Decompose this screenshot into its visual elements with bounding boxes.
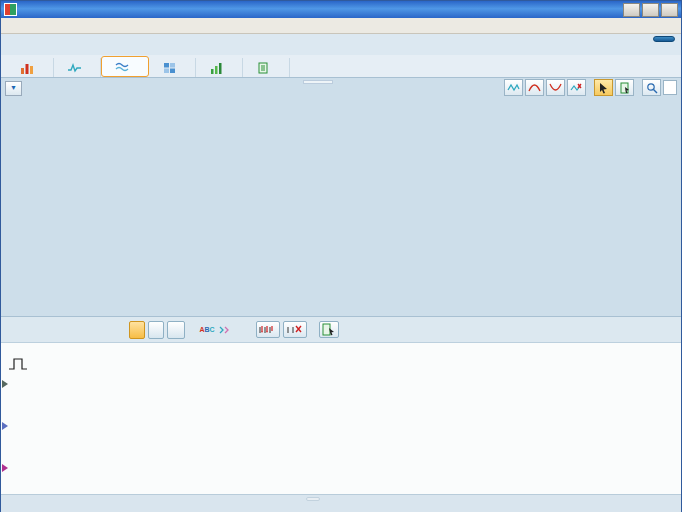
channel2-marker-icon xyxy=(2,422,8,430)
hr-button[interactable] xyxy=(148,321,164,339)
tab-overview[interactable] xyxy=(7,58,54,77)
patient-header xyxy=(1,34,681,55)
ecg-toolbar: ABC xyxy=(1,317,681,343)
app-window: ▼ xyxy=(0,0,682,512)
tab-interval-qt[interactable] xyxy=(101,56,149,77)
tab-typing[interactable] xyxy=(149,58,196,77)
arc-down-icon[interactable] xyxy=(546,79,565,96)
title-bar xyxy=(1,1,681,18)
menu-bar xyxy=(1,18,681,34)
report-doc-icon xyxy=(256,62,271,74)
sheet-pointer-icon[interactable] xyxy=(319,321,339,338)
bar-chart-icon xyxy=(20,62,35,74)
abc-labels-icon[interactable]: ABC xyxy=(199,326,214,333)
grid-icon xyxy=(162,62,177,74)
qt-toolbar-right xyxy=(504,79,677,96)
wave-flag-icon[interactable] xyxy=(567,79,586,96)
rr-button[interactable] xyxy=(129,321,145,339)
playback-controls xyxy=(306,497,320,501)
time-navigator xyxy=(663,80,677,95)
tab-segment-st[interactable] xyxy=(54,58,101,77)
beats-down-icon[interactable] xyxy=(256,321,280,338)
ecg-strip-area[interactable] xyxy=(1,356,681,494)
speed-slider[interactable] xyxy=(359,320,421,340)
pointer-icon[interactable] xyxy=(594,79,613,96)
st-wave-icon xyxy=(67,62,82,74)
arc-up-icon[interactable] xyxy=(525,79,544,96)
close-button[interactable] xyxy=(661,3,678,17)
minimize-button[interactable] xyxy=(623,3,640,17)
qt-wave-icon xyxy=(115,61,130,73)
rr-values-row xyxy=(1,343,681,356)
qt-toolbar: ▼ xyxy=(3,79,679,97)
calibration-pulse-icon xyxy=(7,356,29,375)
export-icon[interactable] xyxy=(615,79,634,96)
qt-grid xyxy=(3,97,679,317)
zoom-icon[interactable] xyxy=(642,79,661,96)
gain-slider[interactable] xyxy=(437,320,499,340)
status-bar xyxy=(1,494,681,512)
app-icon xyxy=(4,3,17,16)
qt-panel-title xyxy=(303,80,333,84)
ecg-panel: ABC xyxy=(1,316,681,494)
type-arrows-icon[interactable] xyxy=(218,321,230,339)
green-bars-icon xyxy=(209,62,224,74)
qt-panel: ▼ xyxy=(1,78,681,316)
chevron-down-icon[interactable]: ▼ xyxy=(5,81,22,96)
channel1-marker-icon xyxy=(2,380,8,388)
beats-delete-icon[interactable] xyxy=(283,321,307,338)
tab-variability[interactable] xyxy=(196,58,243,77)
brand-logo xyxy=(653,36,675,42)
tab-report[interactable] xyxy=(243,58,290,77)
channels-dropdown[interactable] xyxy=(167,321,185,339)
restore-button[interactable] xyxy=(642,3,659,17)
wave-icon[interactable] xyxy=(504,79,523,96)
channel3-marker-icon xyxy=(2,464,8,472)
tab-bar xyxy=(1,55,681,78)
